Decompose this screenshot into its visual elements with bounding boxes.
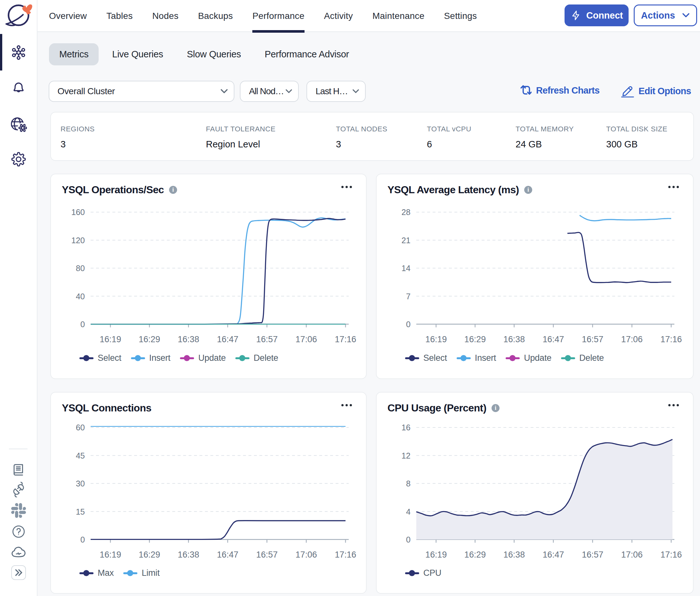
svg-text:16:57: 16:57 xyxy=(256,334,278,344)
svg-text:16:38: 16:38 xyxy=(178,334,199,344)
svg-text:16:38: 16:38 xyxy=(503,550,525,560)
svg-text:17:06: 17:06 xyxy=(295,550,317,560)
svg-text:30: 30 xyxy=(76,479,85,488)
svg-text:16:29: 16:29 xyxy=(464,550,486,560)
svg-text:16:19: 16:19 xyxy=(100,550,121,560)
svg-text:0: 0 xyxy=(406,535,411,544)
svg-text:80: 80 xyxy=(76,264,85,273)
svg-text:60: 60 xyxy=(76,423,85,432)
svg-text:16:19: 16:19 xyxy=(100,334,121,344)
svg-text:16:57: 16:57 xyxy=(256,550,278,560)
svg-text:14: 14 xyxy=(401,264,411,273)
svg-text:21: 21 xyxy=(401,236,411,245)
svg-text:16:38: 16:38 xyxy=(503,334,525,344)
svg-text:12: 12 xyxy=(401,451,411,460)
svg-text:16:38: 16:38 xyxy=(178,550,199,560)
svg-text:17:06: 17:06 xyxy=(621,550,643,560)
svg-text:16:19: 16:19 xyxy=(425,550,447,560)
svg-text:16:47: 16:47 xyxy=(217,334,238,344)
svg-text:16:57: 16:57 xyxy=(582,334,603,344)
svg-text:16:57: 16:57 xyxy=(582,550,603,560)
svg-text:15: 15 xyxy=(76,507,85,516)
svg-text:17:06: 17:06 xyxy=(621,334,643,344)
svg-text:120: 120 xyxy=(71,236,85,245)
svg-text:16:47: 16:47 xyxy=(217,550,238,560)
svg-text:16:29: 16:29 xyxy=(139,334,160,344)
svg-text:160: 160 xyxy=(71,208,85,217)
svg-text:28: 28 xyxy=(401,208,411,217)
svg-text:17:16: 17:16 xyxy=(335,334,356,344)
svg-text:45: 45 xyxy=(76,451,85,460)
svg-text:7: 7 xyxy=(406,292,411,301)
svg-text:0: 0 xyxy=(406,320,411,329)
svg-text:16:29: 16:29 xyxy=(464,334,486,344)
svg-text:17:06: 17:06 xyxy=(295,334,317,344)
svg-text:16:19: 16:19 xyxy=(425,334,447,344)
svg-text:4: 4 xyxy=(406,507,411,516)
svg-text:16:29: 16:29 xyxy=(139,550,160,560)
svg-text:16:47: 16:47 xyxy=(542,334,564,344)
svg-text:17:16: 17:16 xyxy=(660,334,682,344)
svg-text:17:16: 17:16 xyxy=(335,550,356,560)
svg-text:40: 40 xyxy=(76,292,85,301)
svg-text:16:47: 16:47 xyxy=(542,550,564,560)
svg-text:17:16: 17:16 xyxy=(660,550,682,560)
svg-text:8: 8 xyxy=(406,479,411,488)
svg-text:16: 16 xyxy=(401,423,411,432)
svg-text:0: 0 xyxy=(80,535,85,544)
svg-text:0: 0 xyxy=(80,320,85,329)
